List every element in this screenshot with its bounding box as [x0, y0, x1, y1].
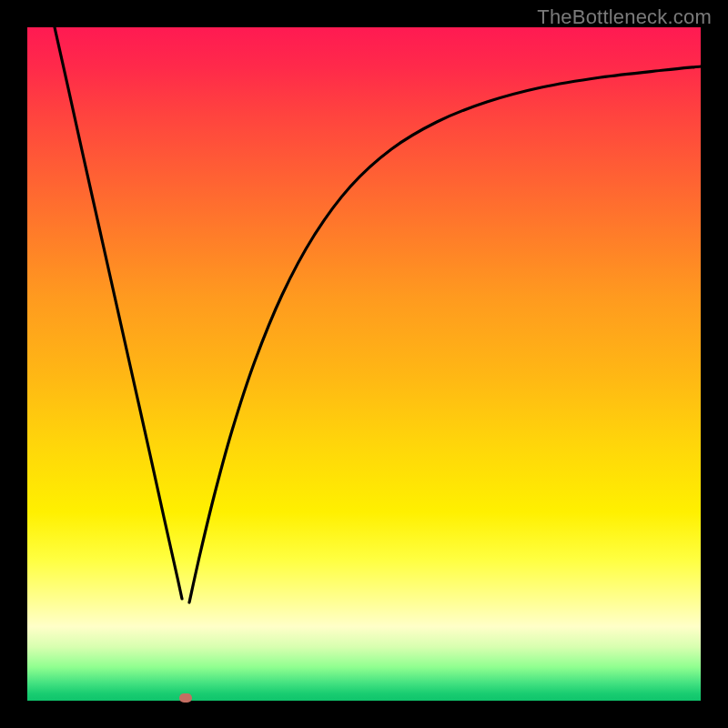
curve-right-branch	[189, 66, 701, 602]
curve-left-branch	[55, 27, 182, 599]
minimum-marker	[179, 693, 192, 703]
curve-layer	[27, 27, 701, 701]
attribution-text: TheBottleneck.com	[537, 5, 712, 29]
